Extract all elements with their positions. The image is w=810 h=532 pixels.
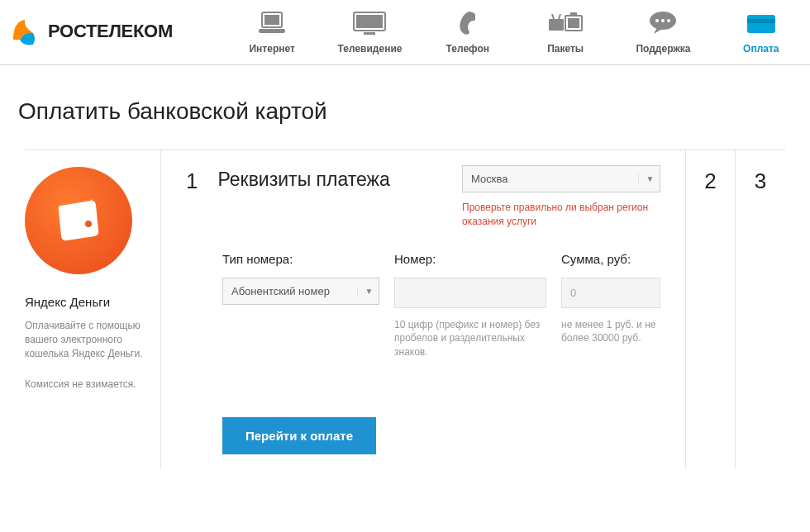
chevron-down-icon: ▼	[638, 174, 656, 183]
page-title: Оплатить банковской картой	[18, 98, 785, 125]
payment-commission-note: Комиссия не взимается.	[25, 378, 148, 390]
nav-label: Телефон	[419, 43, 517, 55]
region-column: Москва ▼ Проверьте правильно ли выбран р…	[462, 165, 660, 229]
proceed-button[interactable]: Перейти к оплате	[222, 417, 376, 454]
region-value: Москва	[471, 173, 507, 185]
yandex-money-icon	[25, 167, 132, 274]
nav-tv[interactable]: Телевидение	[321, 0, 418, 64]
nav-phone[interactable]: Телефон	[419, 0, 517, 64]
number-input[interactable]	[394, 278, 546, 308]
field-number: Номер: 10 цифр (префикс и номер) без про…	[394, 252, 546, 359]
step-number: 1	[186, 165, 198, 192]
svg-rect-5	[364, 32, 375, 35]
sum-input[interactable]	[561, 278, 660, 308]
payment-layout: Яндекс Деньги Оплачивайте с помощью ваше…	[25, 150, 785, 469]
nav-label: Поддержка	[614, 43, 712, 55]
submit-row: Перейти к оплате	[222, 417, 660, 454]
svg-point-11	[655, 19, 659, 22]
nav-packages[interactable]: Пакеты	[517, 0, 614, 64]
nav-label: Интернет	[223, 43, 321, 55]
number-hint: 10 цифр (префикс и номер) без пробелов и…	[394, 318, 546, 359]
number-type-select[interactable]: Абонентский номер ▼	[222, 278, 379, 305]
svg-rect-8	[568, 18, 579, 28]
chevron-down-icon: ▼	[357, 287, 375, 296]
field-sum: Сумма, руб: не менее 1 руб. и не более 3…	[561, 252, 660, 359]
nav-label: Телевидение	[321, 43, 418, 55]
nav-label: Пакеты	[517, 43, 614, 55]
field-type: Тип номера: Абонентский номер ▼	[222, 252, 379, 359]
svg-rect-9	[570, 12, 577, 15]
svg-point-13	[667, 19, 670, 22]
svg-rect-14	[747, 15, 775, 33]
nav-internet[interactable]: Интернет	[223, 0, 321, 64]
svg-point-12	[661, 19, 665, 22]
type-value: Абонентский номер	[231, 285, 330, 297]
brand-name: РОСТЕЛЕКОМ	[48, 21, 173, 42]
payment-method-sidebar: Яндекс Деньги Оплачивайте с помощью ваше…	[25, 150, 161, 469]
region-select[interactable]: Москва ▼	[462, 165, 660, 192]
number-label: Номер:	[394, 252, 546, 266]
step-1-panel: 1 Реквизиты платежа Москва ▼ Проверьте п…	[161, 150, 686, 469]
step-2-placeholder[interactable]: 2	[686, 150, 736, 469]
tv-icon	[321, 8, 418, 38]
step-3-placeholder[interactable]: 3	[736, 150, 785, 469]
svg-rect-6	[549, 19, 564, 31]
logo[interactable]: РОСТЕЛЕКОМ	[0, 0, 223, 63]
nav-label: Оплата	[712, 43, 810, 55]
rostelecom-logo-icon	[8, 15, 41, 48]
payment-method-title: Яндекс Деньги	[25, 295, 148, 309]
svg-rect-1	[264, 15, 279, 25]
main-nav: Интернет Телевидение Телефон Пакеты Подд…	[223, 0, 810, 64]
svg-rect-15	[747, 19, 775, 23]
chat-icon	[614, 8, 712, 38]
sum-label: Сумма, руб:	[561, 252, 660, 266]
step-title: Реквизиты платежа	[217, 165, 462, 191]
card-icon	[712, 8, 810, 38]
packages-icon	[517, 8, 614, 38]
form-fields-row: Тип номера: Абонентский номер ▼ Номер: 1…	[222, 252, 660, 359]
nav-payment[interactable]: Оплата	[712, 0, 810, 64]
region-warning: Проверьте правильно ли выбран регион ока…	[462, 201, 660, 229]
svg-rect-4	[356, 15, 383, 28]
sum-hint: не менее 1 руб. и не более 30000 руб.	[561, 318, 660, 346]
nav-support[interactable]: Поддержка	[614, 0, 712, 64]
svg-point-16	[85, 221, 92, 227]
site-header: РОСТЕЛЕКОМ Интернет Телевидение Телефон …	[0, 0, 810, 65]
payment-method-desc: Оплачивайте с помощью вашего электронног…	[25, 319, 148, 360]
phone-icon	[419, 8, 517, 38]
svg-rect-2	[259, 29, 285, 33]
step-header: 1 Реквизиты платежа Москва ▼ Проверьте п…	[186, 165, 660, 229]
type-label: Тип номера:	[222, 252, 379, 266]
page-content: Оплатить банковской картой Яндекс Деньги…	[0, 65, 810, 486]
laptop-icon	[223, 8, 321, 38]
